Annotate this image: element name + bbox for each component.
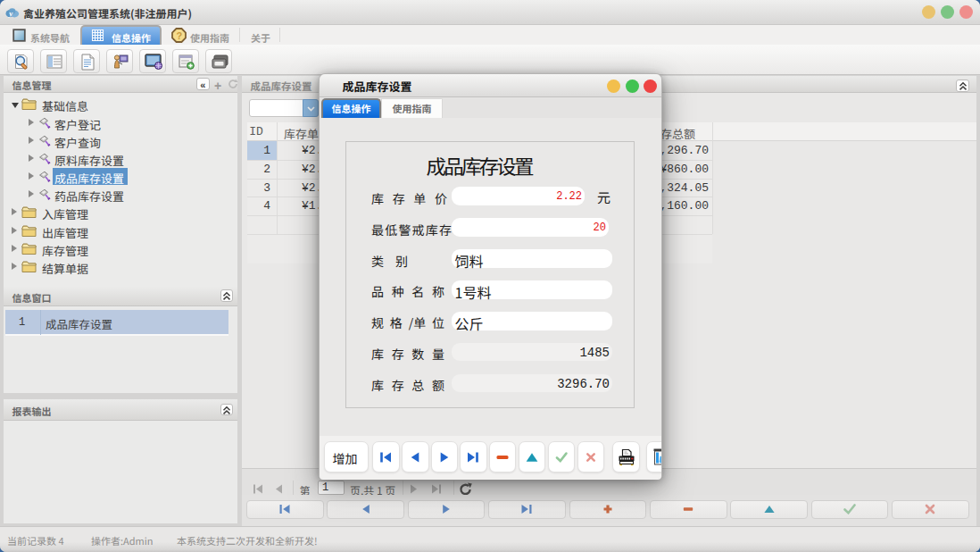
svg-text:?: ? xyxy=(177,30,183,41)
